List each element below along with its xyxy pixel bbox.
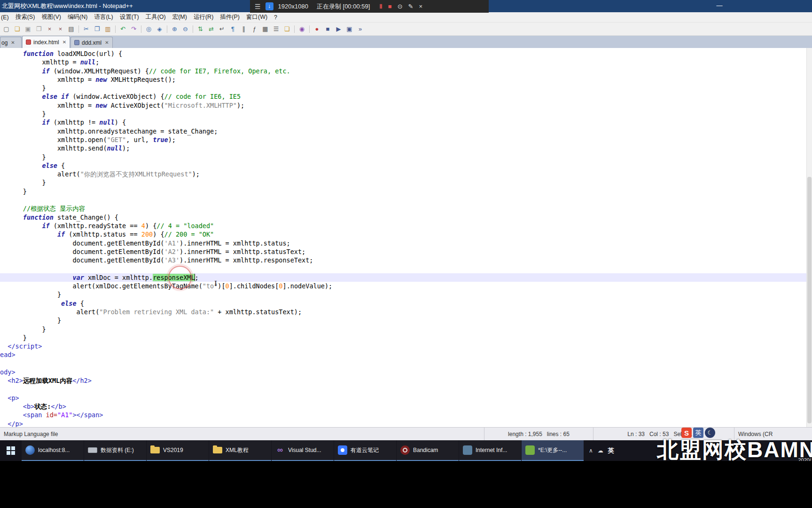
macro-save-button[interactable]: ▣ [344, 24, 354, 34]
menu-item[interactable]: 工具(O) [142, 12, 169, 22]
menu-item[interactable]: 搜索(S) [12, 12, 39, 22]
menu-item[interactable]: ? [271, 12, 281, 22]
stop-button[interactable]: ■ [388, 3, 392, 9]
taskbar-item[interactable]: 数据资料 (E:) [84, 440, 146, 461]
code-line: alert("Problem retrieving XML data:" + x… [0, 308, 812, 316]
redo-button[interactable]: ↷ [129, 24, 139, 34]
draw-button[interactable]: ✎ [408, 3, 414, 9]
taskbar-item[interactable]: VS2019 [147, 440, 209, 461]
save-all-button[interactable]: ❐ [34, 24, 44, 34]
menu-bar: (E)搜索(S)视图(V)编码(N)语言(L)设置(T)工具(O)宏(M)运行(… [0, 12, 812, 23]
tray-cloud-icon[interactable]: ☁ [598, 447, 603, 454]
menu-item[interactable]: 编码(N) [64, 12, 91, 22]
code-line: <h2>远程加载XML内容</h2> [0, 376, 812, 385]
find-button[interactable]: ◎ [144, 24, 154, 34]
tray-chevron-icon[interactable]: ∧ [589, 447, 593, 454]
cut-button[interactable]: ✂ [81, 24, 91, 34]
globe-icon [25, 445, 35, 455]
code-line [0, 196, 812, 204]
menu-item[interactable]: 窗口(W) [243, 12, 271, 22]
taskbar-item[interactable]: Visual Stud... [272, 440, 334, 461]
taskbar-item[interactable]: Internet Inf... [459, 440, 521, 461]
macro-record-button[interactable]: ● [312, 24, 322, 34]
code-line: } [0, 325, 812, 333]
folder-workspace-icon: ❏ [284, 26, 290, 32]
replace-icon: ◈ [157, 26, 162, 32]
zoom-out-button[interactable]: ⊖ [180, 24, 190, 34]
recorder-download-icon[interactable]: ↓ [265, 2, 273, 10]
sync-vertical-button[interactable]: ⇅ [195, 24, 205, 34]
folder-workspace-button[interactable]: ❏ [282, 24, 292, 34]
code-line: } [0, 187, 812, 196]
tab-index.html[interactable]: index.html✕ [22, 36, 70, 48]
paste-button[interactable]: ▥ [103, 24, 113, 34]
tab-label: index.html [33, 39, 59, 46]
close-button[interactable]: × [419, 3, 422, 9]
undo-button[interactable]: ↶ [118, 24, 128, 34]
menu-item[interactable]: 宏(M) [169, 12, 190, 22]
function-list-button[interactable]: ƒ [250, 24, 259, 34]
code-line [0, 385, 812, 394]
tray-ime-indicator[interactable]: 英 [608, 446, 614, 455]
editor[interactable]: function loadXMLDoc(url) { xmlhttp = nul… [0, 48, 812, 427]
close-all-button[interactable]: × [55, 24, 65, 34]
code-line: else if (window.ActiveXObject) {// code … [0, 92, 812, 101]
menu-item[interactable]: 插件(P) [217, 12, 243, 22]
recorder-menu-icon[interactable]: ☰ [255, 3, 261, 10]
open-file-button[interactable]: ❏ [12, 24, 22, 34]
document-map-button[interactable]: ▦ [260, 24, 270, 34]
code-line: } [0, 153, 812, 161]
code-line: } [0, 84, 812, 92]
minimize-button[interactable]: — [712, 0, 726, 11]
code-line: } [0, 290, 812, 299]
click-effect-ring [168, 266, 192, 289]
taskbar-item[interactable]: XML教程 [209, 440, 271, 461]
taskbar-item[interactable]: Bandicam [397, 440, 459, 461]
macro-play-icon: ▶ [336, 26, 341, 32]
code-line: alert(xmlDoc.getElementsByTagName("to")[… [0, 282, 812, 290]
close-tab-button[interactable]: ✕ [11, 40, 15, 45]
system-tray: ∧ ☁ 英 [585, 440, 618, 461]
code-line: ead> [0, 350, 812, 359]
zoom-in-button[interactable]: ⊕ [170, 24, 180, 34]
print-button[interactable]: ▤ [66, 24, 76, 34]
show-all-characters-button[interactable]: ¶ [228, 24, 238, 34]
save-button[interactable]: ▣ [23, 24, 33, 34]
menu-item[interactable]: 设置(T) [117, 12, 142, 22]
close-tab-button[interactable]: ✕ [105, 40, 109, 45]
taskbar-item[interactable]: *E:\更多--... [522, 440, 584, 461]
replace-button[interactable]: ◈ [155, 24, 164, 34]
indent-guide-button[interactable]: ∥ [239, 24, 249, 34]
status-doctype: Markup Language file [0, 428, 484, 440]
sync-horizontal-button[interactable]: ⇄ [206, 24, 216, 34]
menu-item[interactable]: 视图(V) [38, 12, 64, 22]
taskbar-item[interactable]: localhost:8... [22, 440, 84, 461]
menu-item[interactable]: 语言(L) [91, 12, 116, 22]
scrollbar-thumb[interactable] [807, 177, 812, 423]
screenshot-button[interactable]: ⊙ [398, 3, 403, 9]
taskbar-item[interactable]: 有道云笔记 [334, 440, 396, 461]
new-file-button[interactable]: ▢ [1, 24, 11, 34]
macro-stop-button[interactable]: ■ [323, 24, 333, 34]
start-button[interactable] [0, 440, 22, 461]
close-tab-button[interactable]: ✕ [62, 40, 66, 45]
tab-ddd.xml[interactable]: ddd.xml✕ [70, 37, 112, 48]
drive-icon [88, 447, 97, 453]
monitoring-button[interactable]: ◉ [297, 24, 307, 34]
close-doc-button[interactable]: × [45, 24, 55, 34]
macro-run-button[interactable]: » [355, 24, 365, 34]
scrollbar[interactable] [806, 48, 812, 427]
pause-button[interactable]: Ⅱ [379, 3, 382, 9]
tab-og[interactable]: og✕ [0, 37, 22, 48]
word-wrap-button[interactable]: ↵ [217, 24, 227, 34]
code-line: } [0, 316, 812, 325]
recorder-resolution: 1920x1080 [278, 3, 308, 10]
document-list-button[interactable]: ☰ [271, 24, 281, 34]
watermark: 北盟网校BAMN [657, 436, 812, 461]
macro-play-button[interactable]: ▶ [334, 24, 344, 34]
bandicam-icon [400, 445, 410, 455]
menu-item[interactable]: (E) [0, 12, 12, 22]
menu-item[interactable]: 运行(R) [190, 12, 217, 22]
copy-button[interactable]: ❐ [92, 24, 102, 34]
code-line: xmlhttp.send(null); [0, 144, 812, 152]
